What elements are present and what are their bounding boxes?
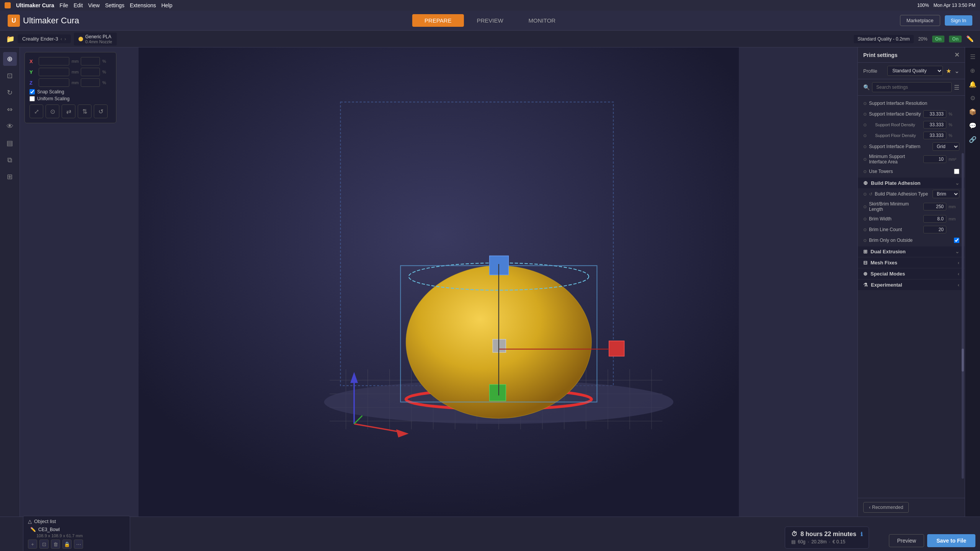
- brim-line-count-input[interactable]: [923, 226, 946, 233]
- viewport: X 108.9451 mm 750 % Y 108.9451 mm 750 % …: [20, 47, 858, 517]
- link-icon-bo[interactable]: ⊙: [863, 238, 867, 243]
- experimental-label: Experimental: [871, 282, 902, 288]
- quality-text: Standard Quality - 0.2mm: [858, 36, 910, 42]
- support-interface-density-input[interactable]: [923, 110, 946, 118]
- scene-viewport[interactable]: [20, 47, 858, 517]
- support-floor-density-input[interactable]: [923, 132, 946, 139]
- setting-item-support-floor-density: ⊙ Support Floor Density %: [858, 130, 965, 141]
- print-time-panel: ⏱ 8 hours 22 minutes ℹ ▤ 60g · 20.28m · …: [785, 527, 869, 549]
- printer-name: Creality Ender-3: [22, 36, 58, 42]
- object-action-delete[interactable]: 🗑: [51, 540, 60, 549]
- filament-selector[interactable]: Generic PLA 0.4mm Nozzle: [74, 33, 117, 46]
- menu-help[interactable]: Help: [161, 2, 172, 8]
- close-panel-button[interactable]: ✕: [954, 51, 959, 59]
- save-to-file-button[interactable]: Save to File: [927, 534, 975, 547]
- link-icon-sb[interactable]: ⊙: [863, 204, 867, 209]
- recommended-button[interactable]: ‹ Recommended: [863, 502, 909, 513]
- object-action-duplicate[interactable]: ⊡: [39, 540, 49, 549]
- skirt-brim-input[interactable]: [923, 203, 946, 210]
- tab-monitor[interactable]: MONITOR: [516, 14, 568, 27]
- sidebar-mirror-icon[interactable]: ⇔: [3, 103, 17, 116]
- info-icon[interactable]: ℹ: [861, 531, 862, 537]
- tab-preview[interactable]: PREVIEW: [464, 14, 515, 27]
- sidebar-right-icon-2[interactable]: ⊕: [967, 64, 979, 77]
- preview-button[interactable]: Preview: [889, 534, 924, 547]
- print-time-row: ⏱ 8 hours 22 minutes ℹ: [791, 531, 862, 538]
- support-interface-pattern-select[interactable]: Grid: [933, 142, 959, 151]
- bpa-type-select[interactable]: Brim: [933, 190, 959, 198]
- experimental-expand-icon[interactable]: ‹: [958, 282, 959, 288]
- sidebar-move-icon[interactable]: ⊕: [3, 52, 17, 66]
- mesh-fixes-expand-icon[interactable]: ‹: [958, 260, 959, 266]
- profile-favorite-icon[interactable]: ★: [946, 67, 951, 75]
- menubar-right: 100% Mon Apr 13 3:50 PM: [917, 3, 975, 8]
- mesh-fixes-section[interactable]: ⊟ Mesh Fixes ‹: [858, 258, 965, 268]
- printer-selector[interactable]: Creality Ender-3 ‹ ›: [18, 34, 71, 43]
- link-icon-bw[interactable]: ⊙: [863, 217, 867, 222]
- sidebar-layers-icon[interactable]: ▤: [3, 136, 17, 150]
- support-roof-density-input[interactable]: [923, 121, 946, 129]
- object-edit-icon: ✏️: [30, 527, 36, 532]
- settings-scrollbar[interactable]: [962, 153, 964, 479]
- signin-button[interactable]: Sign In: [945, 15, 972, 26]
- menu-extensions[interactable]: Extensions: [130, 2, 156, 8]
- profile-chevron-icon[interactable]: ⌄: [954, 67, 959, 75]
- brim-width-input[interactable]: [923, 215, 946, 223]
- build-plate-adhesion-section[interactable]: ⊕ Build Plate Adhesion ⌄: [858, 178, 965, 188]
- link-icon-ut[interactable]: ⊙: [863, 169, 867, 174]
- object-list-header[interactable]: △ Object list: [28, 518, 125, 524]
- sidebar-scale-icon[interactable]: ⊡: [3, 69, 17, 83]
- link-icon-sfd[interactable]: ⊙: [863, 133, 867, 138]
- min-support-area-input[interactable]: [923, 155, 946, 163]
- experimental-section[interactable]: ⚗ Experimental ‹: [858, 280, 965, 290]
- sidebar-right-icon-3[interactable]: 🔔: [967, 78, 979, 90]
- sidebar-rotate-icon[interactable]: ↻: [3, 86, 17, 99]
- profile-select[interactable]: Standard Quality: [887, 66, 943, 76]
- settings-scrollbar-thumb[interactable]: [962, 349, 964, 372]
- link-icon-srd[interactable]: ⊙: [863, 122, 867, 127]
- menu-edit[interactable]: Edit: [74, 2, 83, 8]
- special-modes-expand-icon[interactable]: ‹: [958, 271, 959, 277]
- sidebar-right-icon-1[interactable]: ☰: [967, 51, 979, 63]
- link-icon-blc[interactable]: ⊙: [863, 227, 867, 232]
- sidebar-right-icon-7[interactable]: 🔗: [967, 133, 979, 145]
- sidebar-right-icon-6[interactable]: 💬: [967, 119, 979, 132]
- folder-btn[interactable]: 📁: [6, 35, 15, 43]
- link-icon-sip[interactable]: ⊙: [863, 144, 867, 149]
- build-plate-expand-icon[interactable]: ⌄: [955, 180, 959, 186]
- sidebar-support-icon[interactable]: ⧉: [3, 153, 17, 167]
- sidebar-arrange-icon[interactable]: ⊞: [3, 170, 17, 184]
- menu-settings[interactable]: Settings: [105, 2, 124, 8]
- object-action-more[interactable]: ⋯: [74, 540, 83, 549]
- setting-item-brim-line-count: ⊙ Brim Line Count: [858, 224, 965, 235]
- reset-icon-bpa[interactable]: ↺: [869, 192, 872, 197]
- search-input[interactable]: [872, 82, 952, 92]
- marketplace-button[interactable]: Marketplace: [900, 15, 940, 26]
- menu-app-name[interactable]: Ultimaker Cura: [16, 2, 54, 8]
- object-action-lock[interactable]: 🔒: [62, 540, 72, 549]
- menu-file[interactable]: File: [60, 2, 69, 8]
- filament-dot: [78, 37, 83, 41]
- link-icon-bpa[interactable]: ⊙: [863, 192, 867, 197]
- brim-outside-checkbox[interactable]: [954, 238, 959, 243]
- filter-menu-icon[interactable]: ☰: [954, 84, 959, 91]
- app-menu-icon[interactable]: [5, 2, 11, 8]
- link-icon-sid[interactable]: ⊙: [863, 112, 867, 117]
- quality-badge[interactable]: Standard Quality - 0.2mm: [854, 35, 914, 43]
- print-length: 20.28m: [811, 539, 826, 544]
- tab-prepare[interactable]: PREPARE: [412, 14, 464, 27]
- menu-view[interactable]: View: [88, 2, 100, 8]
- sidebar-right-icon-5[interactable]: 📦: [967, 106, 979, 118]
- special-modes-icon: ⊛: [863, 271, 867, 277]
- link-icon-msa[interactable]: ⊙: [863, 157, 867, 162]
- sidebar-view-icon[interactable]: 👁: [3, 119, 17, 133]
- dual-extrusion-expand-icon[interactable]: ⌄: [955, 249, 959, 254]
- edit-icon[interactable]: ✏️: [966, 35, 974, 42]
- link-icon[interactable]: ⊙: [863, 101, 867, 106]
- dual-extrusion-section[interactable]: ⊞ Dual Extrusion ⌄: [858, 246, 965, 257]
- svg-rect-30: [609, 341, 624, 356]
- special-modes-section[interactable]: ⊛ Special Modes ‹: [858, 269, 965, 279]
- use-towers-checkbox[interactable]: [954, 169, 959, 174]
- object-action-add[interactable]: +: [28, 540, 37, 549]
- sidebar-right-icon-4[interactable]: ⚙: [967, 92, 979, 104]
